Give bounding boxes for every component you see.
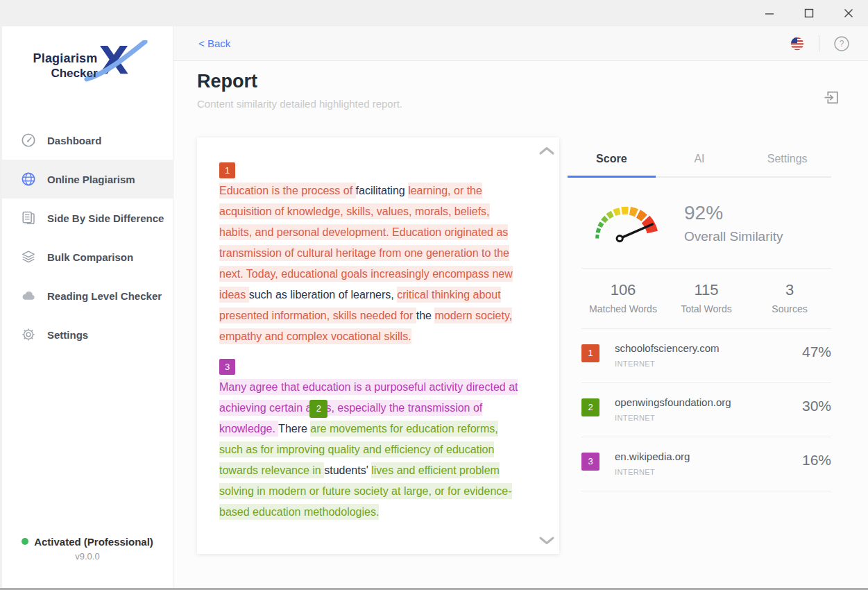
- stat-label: Sources: [748, 303, 831, 314]
- source-badge-2: 2: [581, 398, 599, 416]
- stat-value: 3: [748, 281, 831, 299]
- similarity-label: Overall Similarity: [684, 229, 783, 244]
- maximize-button[interactable]: [789, 0, 828, 26]
- source-percent: 47%: [802, 344, 831, 360]
- activation-status: Activated (Professional) v9.0.0: [2, 536, 173, 562]
- source-percent: 16%: [802, 452, 831, 469]
- source-type: INTERNET: [615, 360, 802, 368]
- stat-matched-words: 106Matched Words: [581, 281, 665, 314]
- source-percent: 30%: [802, 398, 831, 414]
- status-label: Activated (Professional): [34, 536, 153, 548]
- sidebar-item-side-by-side-difference[interactable]: Side By Side Difference: [2, 199, 173, 237]
- tab-ai[interactable]: AI: [656, 144, 744, 178]
- score-panel: ScoreAISettings 92% Overall Similarity 1…: [568, 137, 831, 554]
- source-badge-1: 1: [581, 344, 599, 362]
- page-head: Report Content similarity detailed highl…: [173, 61, 868, 110]
- main-header: < Back: [173, 26, 868, 61]
- similarity-gauge-icon: [584, 196, 667, 250]
- plain-text: students': [324, 464, 371, 476]
- source-domain: schoolofsciencery.com: [615, 342, 802, 354]
- us-flag-icon[interactable]: [790, 36, 805, 51]
- sidebar-item-label: Online Plagiarism: [47, 174, 135, 185]
- highlighted-text-red: learning, or the acquisition of knowledg…: [219, 183, 513, 303]
- sidebar-item-bulk-comparison[interactable]: Bulk Comparison: [2, 237, 173, 276]
- stat-sources: 3Sources: [748, 281, 831, 314]
- back-button[interactable]: < Back: [198, 37, 230, 49]
- tab-score[interactable]: Score: [568, 144, 656, 178]
- minimize-icon: [765, 8, 774, 18]
- sidebar-item-label: Bulk Comparison: [47, 251, 133, 263]
- close-button[interactable]: [828, 0, 868, 26]
- page-subtitle: Content similarity detailed highlighted …: [197, 98, 842, 110]
- sidebar-item-label: Settings: [47, 329, 88, 341]
- sidebar-menu: DashboardOnline PlagiarismSide By Side D…: [2, 121, 173, 354]
- sidebar-item-reading-level-checker[interactable]: Reading Level Checker: [2, 276, 173, 315]
- sidebar-item-dashboard[interactable]: Dashboard: [2, 121, 173, 160]
- export-icon: [823, 89, 840, 106]
- document-paragraph: 3Many agree that education is a purposef…: [219, 356, 523, 523]
- dashboard-icon: [20, 133, 37, 148]
- logo-text-line2: Checker: [33, 67, 97, 81]
- maximize-icon: [804, 8, 814, 18]
- sidebar-item-settings[interactable]: Settings: [2, 315, 173, 354]
- report-content: 1Education is the process of facilitatin…: [173, 137, 868, 554]
- source-row-3[interactable]: 3en.wikipedia.orgINTERNET16%: [581, 437, 831, 491]
- source-domain: en.wikipedia.org: [615, 450, 802, 462]
- export-button[interactable]: [823, 89, 840, 109]
- sidebar-item-label: Side By Side Difference: [47, 212, 164, 224]
- source-info: en.wikipedia.orgINTERNET: [615, 450, 802, 476]
- layers-icon: [20, 249, 37, 264]
- source-row-2[interactable]: 2openwingsfoundation.orgINTERNET30%: [581, 383, 831, 437]
- header-divider: [819, 35, 819, 52]
- cloud-icon: [20, 288, 37, 303]
- sidebar: Plagiarism Checker X DashboardOnline Pla…: [2, 26, 173, 588]
- chevron-up-icon: [538, 146, 556, 155]
- sidebar-item-label: Reading Level Checker: [47, 290, 162, 302]
- stat-label: Total Words: [665, 303, 748, 314]
- help-icon[interactable]: ?: [833, 35, 850, 52]
- overall-similarity: 92% Overall Similarity: [581, 178, 831, 269]
- globe-icon: [20, 171, 37, 187]
- source-type: INTERNET: [615, 414, 802, 422]
- source-domain: openwingsfoundation.org: [615, 396, 802, 408]
- svg-text:?: ?: [840, 39, 844, 49]
- status-dot: [22, 538, 28, 545]
- stat-value: 115: [665, 281, 748, 299]
- match-badge-3[interactable]: 3: [219, 359, 235, 375]
- source-info: schoolofsciencery.comINTERNET: [615, 342, 802, 368]
- document-panel: 1Education is the process of facilitatin…: [197, 137, 559, 554]
- gear-icon: [20, 327, 37, 342]
- close-icon: [844, 8, 853, 18]
- plain-text: facilitating: [356, 185, 409, 196]
- plain-text: the: [416, 310, 435, 321]
- chevron-down-icon: [538, 536, 556, 546]
- source-row-1[interactable]: 1schoolofsciencery.comINTERNET47%: [581, 329, 831, 383]
- page-title: Report: [197, 71, 842, 92]
- source-type: INTERNET: [615, 468, 802, 476]
- highlighted-text-red: Education is the process of: [219, 183, 356, 199]
- version-label: v9.0.0: [2, 551, 173, 562]
- window-titlebar: [0, 0, 868, 26]
- document-paragraph: 1Education is the process of facilitatin…: [219, 160, 523, 347]
- document-text: 1Education is the process of facilitatin…: [219, 160, 523, 523]
- source-badge-3: 3: [581, 453, 599, 471]
- sidebar-item-label: Dashboard: [47, 135, 101, 146]
- minimize-button[interactable]: [749, 0, 789, 26]
- stats-row: 106Matched Words115Total Words3Sources: [581, 269, 831, 329]
- main-area: < Back: [173, 26, 868, 588]
- match-badge-1[interactable]: 1: [219, 162, 235, 178]
- logo-x-mark: X: [94, 40, 142, 83]
- source-info: openwingsfoundation.orgINTERNET: [615, 396, 802, 422]
- tab-settings[interactable]: Settings: [743, 144, 831, 178]
- stat-total-words: 115Total Words: [665, 281, 748, 314]
- scroll-down-button[interactable]: [538, 536, 556, 546]
- scroll-up-button[interactable]: [538, 146, 556, 155]
- stat-value: 106: [581, 281, 665, 299]
- panel-tabs: ScoreAISettings: [568, 144, 831, 178]
- logo-text-line1: Plagiarism: [33, 51, 97, 66]
- sidebar-item-online-plagiarism[interactable]: Online Plagiarism: [2, 160, 173, 199]
- sources-list: 1schoolofsciencery.comINTERNET47%2openwi…: [568, 329, 831, 491]
- app-logo: Plagiarism Checker X: [2, 40, 173, 99]
- match-badge-2[interactable]: 2: [309, 400, 327, 418]
- side-by-side-icon: [20, 210, 37, 226]
